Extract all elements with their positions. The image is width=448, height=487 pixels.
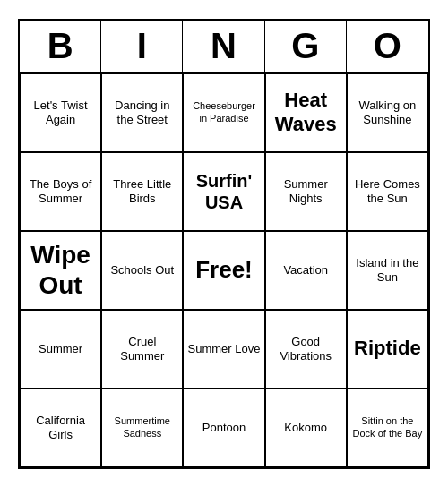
bingo-cell-0: Let's Twist Again xyxy=(20,73,101,152)
bingo-cell-4: Walking on Sunshine xyxy=(347,73,428,152)
bingo-cell-10: Wipe Out xyxy=(20,231,101,310)
bingo-cell-24: Sittin on the Dock of the Bay xyxy=(347,389,428,467)
header-letter-b: B xyxy=(20,21,101,72)
bingo-cell-6: Three Little Birds xyxy=(101,152,183,231)
bingo-cell-18: Good Vibrations xyxy=(265,310,347,389)
bingo-cell-13: Vacation xyxy=(265,231,347,310)
bingo-cell-2: Cheeseburger in Paradise xyxy=(183,73,264,152)
bingo-cell-15: Summer xyxy=(20,310,101,389)
bingo-header: BINGO xyxy=(20,21,428,73)
bingo-cell-22: Pontoon xyxy=(183,389,264,467)
bingo-cell-5: The Boys of Summer xyxy=(20,152,101,231)
bingo-cell-17: Summer Love xyxy=(183,310,264,389)
bingo-card: BINGO Let's Twist AgainDancing in the St… xyxy=(18,19,430,469)
bingo-cell-23: Kokomo xyxy=(265,389,347,467)
bingo-cell-14: Island in the Sun xyxy=(347,231,428,310)
bingo-cell-8: Summer Nights xyxy=(265,152,347,231)
header-letter-o: O xyxy=(347,21,428,72)
bingo-cell-3: Heat Waves xyxy=(265,73,347,152)
header-letter-i: I xyxy=(101,21,183,72)
bingo-cell-21: Summertime Sadness xyxy=(101,389,183,467)
bingo-cell-7: Surfin' USA xyxy=(183,152,264,231)
bingo-cell-20: California Girls xyxy=(20,389,101,467)
bingo-cell-12: Free! xyxy=(183,231,264,310)
bingo-cell-1: Dancing in the Street xyxy=(101,73,183,152)
bingo-cell-19: Riptide xyxy=(347,310,428,389)
header-letter-n: N xyxy=(183,21,264,72)
bingo-cell-9: Here Comes the Sun xyxy=(347,152,428,231)
bingo-cell-16: Cruel Summer xyxy=(101,310,183,389)
bingo-grid: Let's Twist AgainDancing in the StreetCh… xyxy=(20,73,428,467)
header-letter-g: G xyxy=(265,21,347,72)
bingo-cell-11: Schools Out xyxy=(101,231,183,310)
